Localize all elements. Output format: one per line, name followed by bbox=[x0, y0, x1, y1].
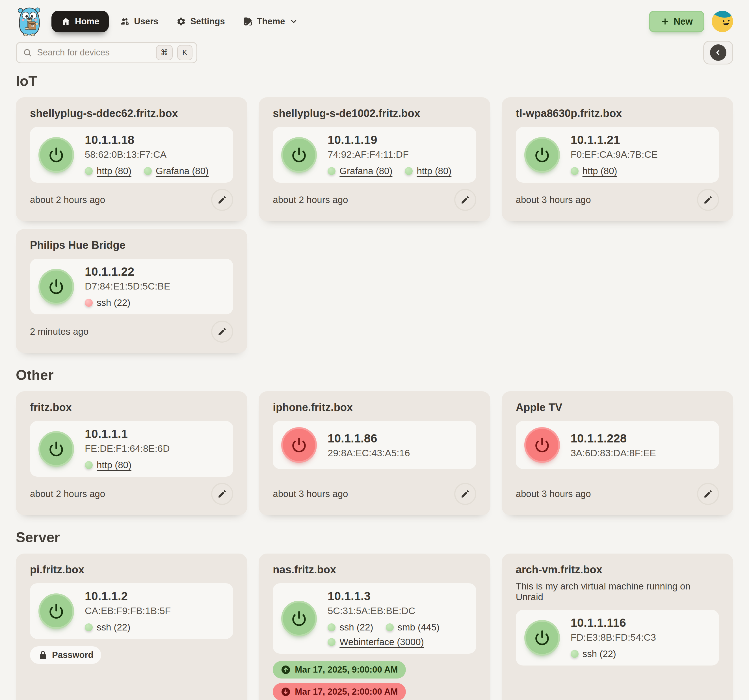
port-link[interactable]: Grafana (80) bbox=[156, 166, 209, 176]
device-panel: 10.1.1.21F0:EF:CA:9A:7B:CEhttp (80) bbox=[516, 127, 719, 182]
edit-button[interactable] bbox=[697, 189, 719, 211]
edit-button[interactable] bbox=[697, 483, 719, 505]
port-list: http (80) bbox=[85, 460, 225, 470]
power-button[interactable] bbox=[38, 137, 74, 173]
theme-icon bbox=[243, 17, 253, 26]
device-card: Apple TV10.1.1.2283A:6D:83:DA:8F:EEabout… bbox=[502, 391, 733, 515]
chevron-down-icon bbox=[289, 17, 298, 26]
nav-item-label: Users bbox=[134, 17, 158, 26]
device-info: 10.1.1.8629:8A:EC:43:A5:16 bbox=[327, 432, 468, 458]
edit-button[interactable] bbox=[211, 483, 233, 505]
device-ip: 10.1.1.21 bbox=[571, 133, 711, 147]
device-info: 10.1.1.21F0:EF:CA:9A:7B:CEhttp (80) bbox=[571, 133, 711, 176]
port-link[interactable]: http (80) bbox=[97, 166, 131, 176]
edit-button[interactable] bbox=[454, 189, 476, 211]
port-item: ssh (22) bbox=[571, 648, 616, 659]
device-card: pi.fritz.box10.1.1.2CA:EB:F9:FB:1B:5Fssh… bbox=[16, 553, 247, 700]
port-item: http (80) bbox=[571, 166, 617, 176]
port-list: ssh (22) bbox=[85, 622, 225, 633]
device-name: iphone.fritz.box bbox=[273, 401, 476, 414]
port-label: smb (445) bbox=[398, 622, 440, 633]
device-name: arch-vm.fritz.box bbox=[516, 564, 719, 576]
power-button[interactable] bbox=[281, 137, 317, 173]
device-mac: 29:8A:EC:43:A5:16 bbox=[327, 447, 468, 458]
power-button[interactable] bbox=[38, 593, 74, 629]
port-label: ssh (22) bbox=[97, 622, 130, 633]
port-status-dot bbox=[327, 623, 335, 631]
port-link[interactable]: http (80) bbox=[417, 166, 451, 176]
schedule-time: Mar 17, 2025, 9:00:00 AM bbox=[295, 665, 398, 675]
device-info: 10.1.1.35C:31:5A:EB:BE:DCssh (22)smb (44… bbox=[327, 590, 468, 648]
last-seen: about 3 hours ago bbox=[516, 195, 591, 205]
badge-list: Password bbox=[30, 646, 233, 664]
section-server: Serverpi.fritz.box10.1.1.2CA:EB:F9:FB:1B… bbox=[16, 529, 733, 700]
device-ip: 10.1.1.86 bbox=[327, 432, 468, 445]
device-info: 10.1.1.22D7:84:E1:5D:5C:BEssh (22) bbox=[85, 265, 225, 308]
port-item: http (80) bbox=[405, 166, 451, 176]
device-ip: 10.1.1.116 bbox=[571, 616, 711, 630]
users-icon bbox=[120, 17, 130, 26]
device-panel: 10.1.1.2CA:EB:F9:FB:1B:5Fssh (22) bbox=[30, 583, 233, 639]
edit-button[interactable] bbox=[211, 320, 233, 343]
card-footer: about 2 hours ago bbox=[30, 182, 233, 211]
header: HomeUsersSettingsTheme New bbox=[16, 6, 733, 37]
device-info: 10.1.1.2283A:6D:83:DA:8F:EE bbox=[571, 432, 711, 458]
device-card: nas.fritz.box10.1.1.35C:31:5A:EB:BE:DCss… bbox=[258, 553, 490, 700]
port-status-dot bbox=[327, 167, 335, 175]
power-button[interactable] bbox=[38, 431, 74, 467]
chevron-left-icon bbox=[710, 44, 726, 61]
home-icon bbox=[61, 17, 71, 26]
port-link[interactable]: http (80) bbox=[97, 460, 131, 470]
power-button[interactable] bbox=[281, 427, 317, 463]
port-item: Grafana (80) bbox=[327, 166, 392, 176]
device-ip: 10.1.1.18 bbox=[85, 133, 225, 147]
device-info: 10.1.1.2CA:EB:F9:FB:1B:5Fssh (22) bbox=[85, 590, 225, 633]
device-grid: pi.fritz.box10.1.1.2CA:EB:F9:FB:1B:5Fssh… bbox=[16, 553, 733, 700]
device-name: pi.fritz.box bbox=[30, 564, 233, 576]
last-seen: about 3 hours ago bbox=[516, 489, 591, 499]
lock-icon bbox=[38, 650, 48, 660]
device-panel: 10.1.1.2283A:6D:83:DA:8F:EE bbox=[516, 421, 719, 469]
port-link[interactable]: Webinterface (3000) bbox=[339, 637, 424, 648]
port-link[interactable]: http (80) bbox=[582, 166, 617, 176]
search-input[interactable] bbox=[37, 47, 151, 58]
user-avatar[interactable] bbox=[712, 11, 733, 32]
device-info: 10.1.1.116FD:E3:8B:FD:54:C3ssh (22) bbox=[571, 616, 711, 659]
port-status-dot bbox=[85, 623, 93, 631]
power-button[interactable] bbox=[524, 137, 560, 173]
port-status-dot bbox=[85, 461, 93, 469]
last-seen: about 2 hours ago bbox=[30, 195, 105, 205]
nav-item-theme[interactable]: Theme bbox=[236, 11, 305, 32]
power-button[interactable] bbox=[524, 427, 560, 463]
device-card: Philips Hue Bridge10.1.1.22D7:84:E1:5D:5… bbox=[16, 229, 247, 353]
port-status-dot bbox=[405, 167, 413, 175]
power-button[interactable] bbox=[524, 620, 560, 656]
power-button[interactable] bbox=[281, 601, 317, 636]
device-name: shellyplug-s-de1002.fritz.box bbox=[273, 107, 476, 119]
port-list: ssh (22)smb (445)Webinterface (3000) bbox=[327, 622, 468, 648]
device-search[interactable]: ⌘ K bbox=[16, 42, 197, 63]
plus-icon bbox=[660, 17, 670, 26]
nav-item-home[interactable]: Home bbox=[52, 11, 109, 32]
nav-item-users[interactable]: Users bbox=[113, 11, 165, 32]
port-link[interactable]: Grafana (80) bbox=[339, 166, 392, 176]
port-item: ssh (22) bbox=[85, 622, 130, 633]
power-button[interactable] bbox=[38, 269, 74, 305]
nav-item-settings[interactable]: Settings bbox=[170, 11, 231, 32]
app-logo-gopher-icon[interactable] bbox=[16, 6, 43, 37]
device-mac: D7:84:E1:5D:5C:BE bbox=[85, 281, 225, 292]
new-device-button[interactable]: New bbox=[649, 11, 704, 32]
section-title: IoT bbox=[16, 73, 733, 89]
edit-button[interactable] bbox=[454, 483, 476, 505]
port-status-dot bbox=[85, 299, 93, 307]
port-item: ssh (22) bbox=[85, 297, 130, 308]
device-mac: 74:92:AF:F4:11:DF bbox=[327, 149, 468, 160]
port-list: ssh (22) bbox=[571, 648, 711, 659]
device-name: fritz.box bbox=[30, 401, 233, 414]
device-panel: 10.1.1.22D7:84:E1:5D:5C:BEssh (22) bbox=[30, 259, 233, 314]
card-footer: about 3 hours ago bbox=[516, 182, 719, 211]
device-card: fritz.box10.1.1.1FE:DE:F1:64:8E:6Dhttp (… bbox=[16, 391, 247, 515]
collapse-panel-button[interactable] bbox=[703, 41, 733, 64]
edit-button[interactable] bbox=[211, 189, 233, 211]
section-title: Server bbox=[16, 529, 733, 546]
